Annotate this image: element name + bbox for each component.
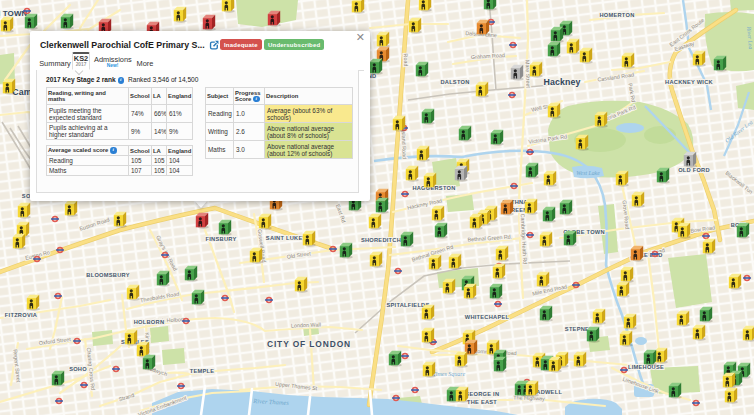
svg-text:HOMERTON: HOMERTON [599, 12, 634, 18]
svg-text:TEMPLE: TEMPLE [190, 368, 215, 374]
svg-text:FITZROVIA: FITZROVIA [5, 312, 37, 318]
svg-text:BLOOMSBURY: BLOOMSBURY [86, 272, 129, 278]
svg-text:Road: Road [403, 53, 409, 66]
svg-text:FINSBURY: FINSBURY [206, 236, 237, 242]
svg-text:WHITECHAPEL: WHITECHAPEL [465, 314, 510, 320]
svg-text:HACKNEY WICK: HACKNEY WICK [665, 79, 713, 85]
svg-text:THE EAST: THE EAST [467, 399, 497, 405]
svg-text:CITY OF LONDON: CITY OF LONDON [267, 339, 351, 349]
svg-text:West Lake: West Lake [576, 170, 600, 176]
svg-text:Times Square: Times Square [433, 371, 466, 377]
svg-text:HOLBORN: HOLBORN [134, 319, 165, 325]
svg-text:SAINT LUKE'S: SAINT LUKE'S [266, 235, 308, 241]
svg-text:SOHO: SOHO [69, 366, 87, 372]
svg-text:Hackney: Hackney [544, 77, 581, 87]
svg-text:OLD FORD: OLD FORD [678, 167, 710, 173]
svg-text:GEORGE IN: GEORGE IN [465, 391, 499, 397]
svg-text:LIMEHOUSE: LIMEHOUSE [628, 364, 664, 370]
svg-text:SHOREDITCH: SHOREDITCH [361, 237, 401, 243]
svg-text:London Wall: London Wall [291, 321, 321, 328]
svg-text:DALSTON: DALSTON [440, 79, 469, 85]
